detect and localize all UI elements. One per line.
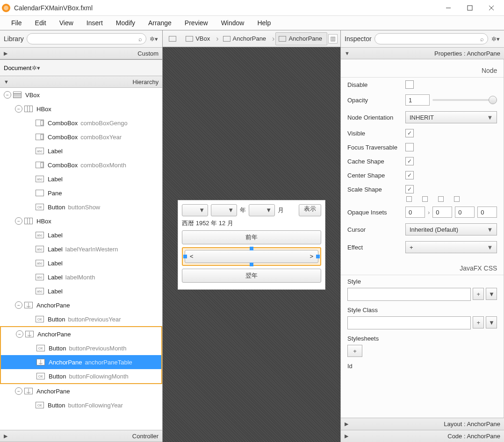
content-panel: VBox › AnchorPane › AnchorPane ▥ ▼ ▼ 年 ▼…	[163, 30, 340, 442]
left-panel: Library ⌕ ✲▾ ▶ Custom Document ✲▾ ▼ Hier…	[0, 30, 163, 442]
menu-file[interactable]: File	[5, 16, 29, 29]
inspector-menu-button[interactable]: ✲▾	[491, 34, 500, 43]
menu-insert[interactable]: Insert	[80, 16, 109, 29]
hierarchy-tree[interactable]: −VBox−HBoxComboBoxcomboBoxGengoComboBoxc…	[0, 88, 162, 430]
opaque-inset-left[interactable]: 0	[477, 207, 497, 218]
style-add-button[interactable]: +	[473, 288, 484, 300]
tree-item[interactable]: −HBox	[0, 102, 162, 116]
breadcrumb-root-icon[interactable]	[166, 32, 181, 45]
menu-view[interactable]: View	[53, 16, 80, 29]
controller-section[interactable]: ▶ Controller	[0, 430, 162, 442]
library-search[interactable]: ⌕	[27, 33, 146, 44]
tree-item[interactable]: −AnchorPane	[0, 298, 162, 312]
cursor-dropdown[interactable]: Inherited (Default)▼	[405, 223, 497, 235]
tree-item[interactable]: OKButtonbuttonFollowingYear	[0, 398, 162, 412]
node-orientation-dropdown[interactable]: INHERIT▼	[405, 111, 497, 123]
opacity-slider[interactable]	[432, 99, 497, 101]
styleclass-add-button[interactable]: +	[473, 316, 484, 328]
opaque-inset-right[interactable]: 0	[432, 207, 452, 218]
inset-link-checkbox[interactable]	[406, 196, 412, 202]
preview-node: ▼ ▼ 年 ▼ 月 表示 西暦 1952 年 12 月 前年 < >	[178, 200, 325, 290]
library-custom-section[interactable]: ▶ Custom	[0, 47, 162, 59]
tree-item[interactable]: abcLabel	[0, 256, 162, 270]
tree-item[interactable]: abcLabel	[0, 284, 162, 298]
document-menu-button[interactable]: ✲▾	[31, 63, 41, 72]
resize-handle[interactable]	[183, 255, 187, 258]
center-shape-checkbox[interactable]: ✓	[405, 171, 414, 179]
combo-month[interactable]: ▼	[249, 204, 275, 216]
tree-item[interactable]: −HBox	[0, 214, 162, 228]
tree-item[interactable]: Pane	[0, 186, 162, 200]
tree-item[interactable]: OKButtonbuttonPreviousYear	[0, 312, 162, 326]
breadcrumb-anchorpane-2[interactable]: AnchorPane	[275, 32, 327, 45]
button-next-year[interactable]: 翌年	[182, 269, 321, 283]
combo-year[interactable]: ▼	[211, 204, 237, 216]
cache-shape-checkbox[interactable]: ✓	[405, 157, 414, 165]
tree-item[interactable]: −AnchorPane	[0, 384, 162, 398]
expand-icon: ▶	[4, 50, 7, 57]
layout-section[interactable]: ▶Layout : AnchorPane	[341, 418, 504, 430]
menu-preview[interactable]: Preview	[178, 16, 215, 29]
design-canvas[interactable]: ▼ ▼ 年 ▼ 月 表示 西暦 1952 年 12 月 前年 < >	[163, 47, 340, 442]
tree-item[interactable]: abcLabellabelYearInWestern	[0, 242, 162, 256]
stylesheets-add-button[interactable]: +	[347, 345, 362, 357]
menu-modify[interactable]: Modify	[109, 16, 142, 29]
breadcrumb-anchorpane-1[interactable]: AnchorPane	[220, 32, 272, 45]
date-label: 西暦 1952 年 12 月	[182, 219, 321, 228]
styleclass-menu-button[interactable]: ▼	[486, 316, 497, 328]
opaque-inset-bottom[interactable]: 0	[455, 207, 475, 218]
library-menu-button[interactable]: ✲▾	[149, 34, 158, 43]
visible-checkbox[interactable]: ✓	[405, 129, 414, 137]
menu-window[interactable]: Window	[215, 16, 251, 29]
tree-item[interactable]: −VBox	[0, 88, 162, 102]
menu-arrange[interactable]: Arrange	[142, 16, 178, 29]
tree-item[interactable]: OKButtonbuttonPreviousMonth	[1, 341, 161, 355]
properties-section[interactable]: ▼ Properties : AnchorPane	[341, 47, 504, 59]
tree-item[interactable]: ComboBoxcomboBoxGengo	[0, 116, 162, 130]
tree-item[interactable]: OKButtonbuttonShow	[0, 200, 162, 214]
breadcrumb-end-icon[interactable]: ▥	[328, 34, 338, 43]
opaque-inset-top[interactable]: 0	[405, 207, 425, 218]
collapse-icon: ▼	[345, 50, 350, 56]
tree-item[interactable]: OKButtonbuttonFollowingMonth	[1, 369, 161, 383]
close-button[interactable]	[481, 1, 502, 15]
inset-link-checkbox[interactable]	[422, 196, 428, 202]
button-prev-year[interactable]: 前年	[182, 230, 321, 244]
effect-dropdown[interactable]: +▼	[405, 241, 497, 253]
app-icon	[2, 4, 10, 12]
style-menu-button[interactable]: ▼	[486, 288, 497, 300]
tree-item[interactable]: abcLabel	[0, 172, 162, 186]
breadcrumb-vbox[interactable]: VBox	[182, 32, 215, 45]
inspector-search[interactable]: ⌕	[374, 33, 488, 44]
inset-link-checkbox[interactable]	[454, 196, 460, 202]
code-section[interactable]: ▶Code : AnchorPane	[341, 430, 504, 442]
tree-item[interactable]: abcLabellabelMonth	[0, 270, 162, 284]
combo-gengo[interactable]: ▼	[182, 204, 208, 216]
styleclass-input[interactable]	[347, 316, 471, 329]
disable-checkbox[interactable]	[405, 80, 414, 89]
resize-handle[interactable]	[250, 247, 253, 250]
tree-item[interactable]: AnchorPaneanchorPaneTable	[1, 355, 161, 369]
tree-item[interactable]: abcLabel	[0, 228, 162, 242]
inset-link-checkbox[interactable]	[438, 196, 444, 202]
selected-anchorpane[interactable]: < >	[182, 247, 321, 266]
button-prev-month[interactable]: <	[190, 253, 194, 260]
tree-item[interactable]: −AnchorPane	[1, 327, 161, 341]
resize-handle[interactable]	[250, 263, 253, 266]
minimize-button[interactable]	[438, 1, 459, 15]
menu-edit[interactable]: Edit	[29, 16, 53, 29]
maximize-button[interactable]	[459, 1, 481, 15]
opacity-input[interactable]: 1	[405, 94, 430, 106]
style-input[interactable]	[347, 288, 471, 301]
resize-handle[interactable]	[316, 255, 320, 258]
button-next-month[interactable]: >	[310, 253, 313, 260]
focus-checkbox[interactable]	[405, 143, 414, 151]
inspector-header: Inspector ⌕ ✲▾	[341, 30, 504, 47]
scale-shape-checkbox[interactable]: ✓	[405, 185, 414, 193]
menu-help[interactable]: Help	[251, 16, 277, 29]
hierarchy-section[interactable]: ▼ Hierarchy	[0, 76, 162, 88]
tree-item[interactable]: ComboBoxcomboBoxYear	[0, 130, 162, 144]
tree-item[interactable]: ComboBoxcomboBoxMonth	[0, 158, 162, 172]
button-show[interactable]: 表示	[299, 204, 321, 216]
tree-item[interactable]: abcLabel	[0, 144, 162, 158]
